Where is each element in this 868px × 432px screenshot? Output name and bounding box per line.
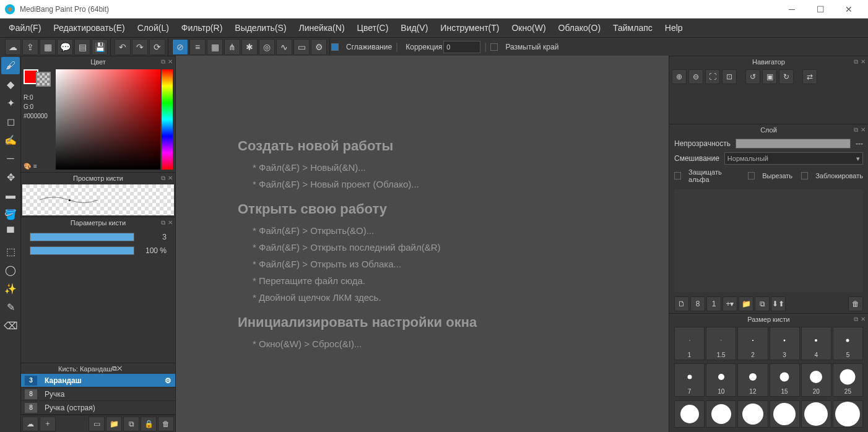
size-slider[interactable] [30, 233, 134, 241]
close-panel-icon[interactable]: ✕ [168, 58, 173, 66]
brushsize-3[interactable]: 3 [770, 327, 800, 360]
menu-window[interactable]: Окно(W) [505, 20, 552, 35]
gradient-tool-icon[interactable]: ▀ [1, 224, 20, 241]
hue-slider[interactable] [162, 69, 173, 170]
brushsize-large-4[interactable] [770, 400, 800, 428]
snap-perspective-icon[interactable]: ⋔ [224, 39, 240, 55]
selerase-tool-icon[interactable]: ⌫ [1, 317, 20, 334]
brush-item-pen[interactable]: 8 Ручка [21, 387, 175, 401]
sel-lasso-icon[interactable]: ◯ [1, 261, 20, 279]
layer-list[interactable] [674, 189, 863, 292]
brush-item-pencil[interactable]: 3 Карандаш ⚙ [21, 374, 175, 387]
move-tool-icon[interactable]: ✥ [1, 168, 20, 186]
duplicate-layer-icon[interactable]: ⧉ [755, 296, 770, 311]
path-tool-icon[interactable]: ✍ [1, 131, 20, 149]
flip-icon[interactable]: ⇄ [802, 69, 817, 84]
menu-cloud[interactable]: Облако(O) [552, 20, 607, 35]
wand-tool-icon[interactable]: ✨ [1, 280, 20, 297]
menu-view[interactable]: Вид(V) [394, 20, 434, 35]
menu-ruler[interactable]: Линейка(N) [293, 20, 351, 35]
shape-tool-icon[interactable]: ◻ [1, 113, 20, 130]
fit-screen-icon[interactable]: ⛶ [705, 69, 720, 84]
brush-group-icon[interactable]: ▭ [89, 417, 105, 431]
brushsize-7[interactable]: 7 [674, 363, 705, 397]
close-button[interactable]: ✕ [835, 0, 863, 19]
menu-timelapse[interactable]: Таймлапс [607, 20, 659, 35]
bucket-tool-icon[interactable]: 🪣 [1, 205, 20, 223]
color-field[interactable] [56, 69, 160, 170]
maximize-button[interactable]: ☐ [806, 0, 835, 19]
new-layer-icon[interactable]: 🗋 [674, 296, 689, 311]
loading-icon[interactable]: ⟳ [149, 39, 165, 55]
cut-checkbox[interactable] [748, 172, 755, 179]
cloud-sync-icon[interactable]: ☁ [5, 39, 21, 55]
line-tool-icon[interactable]: ─ [1, 150, 20, 167]
snap-edit-icon[interactable]: ▭ [293, 39, 310, 55]
undock-icon[interactable]: ⧉ [161, 58, 165, 66]
brushsize-large-2[interactable] [706, 400, 736, 428]
merge-layer-icon[interactable]: ⬇⬆ [771, 296, 786, 311]
opacity-bar[interactable] [736, 139, 851, 149]
zoom-in-icon[interactable]: ⊕ [672, 69, 687, 84]
comment-icon[interactable]: 💬 [57, 39, 73, 55]
redo-icon[interactable]: ↷ [132, 39, 148, 55]
background-color-swatch[interactable] [36, 72, 51, 87]
selpen-tool-icon[interactable]: ✎ [1, 298, 20, 316]
share-icon[interactable]: ⇪ [22, 39, 38, 55]
minimize-button[interactable]: ─ [778, 0, 806, 19]
brushsize-1-5[interactable]: 1.5 [706, 327, 736, 360]
brush-item-sharp-pen[interactable]: 8 Ручка (острая) [21, 401, 175, 415]
menu-edit[interactable]: Редактировать(E) [47, 20, 131, 35]
fill-tool-icon[interactable]: ▬ [1, 187, 20, 204]
snap-grid-icon[interactable]: ▦ [207, 39, 223, 55]
material-icon[interactable]: ▦ [40, 39, 56, 55]
brushsize-1[interactable]: 1 [674, 327, 705, 360]
reset-rotation-icon[interactable]: ▣ [762, 69, 777, 84]
snap-radial-icon[interactable]: ✱ [241, 39, 258, 55]
palette-icon[interactable]: 🎨 [24, 163, 31, 170]
brushsize-large-1[interactable] [674, 400, 705, 428]
zoom-out-icon[interactable]: ⊖ [688, 69, 703, 84]
snap-curve-icon[interactable]: ∿ [276, 39, 292, 55]
sel-rect-icon[interactable]: ⬚ [1, 243, 20, 260]
menu-file[interactable]: Файл(F) [2, 20, 47, 35]
cloud-brush-icon[interactable]: ☁ [22, 417, 38, 431]
new-1bit-icon[interactable]: 1 [706, 296, 721, 311]
rotate-ccw-icon[interactable]: ↺ [745, 69, 760, 84]
bars-icon[interactable]: ≡ [33, 163, 37, 170]
brushsize-15[interactable]: 15 [770, 363, 800, 397]
brushsize-20[interactable]: 20 [801, 363, 831, 397]
opacity-slider[interactable] [30, 246, 134, 255]
brushsize-12[interactable]: 12 [737, 363, 768, 397]
new-8bit-icon[interactable]: 8 [690, 296, 705, 311]
brushsize-2[interactable]: 2 [737, 327, 768, 360]
canvas-welcome[interactable]: Создать новой работы * Файл(&F) > Новый(… [176, 56, 669, 432]
brushsize-4[interactable]: 4 [801, 327, 831, 360]
brushsize-large-6[interactable] [833, 400, 863, 428]
correction-input[interactable] [443, 41, 480, 53]
rotate-cw-icon[interactable]: ↻ [779, 69, 794, 84]
snap-circle-icon[interactable]: ◎ [259, 39, 275, 55]
actual-size-icon[interactable]: ⊡ [722, 69, 737, 84]
menu-select[interactable]: Выделить(S) [228, 20, 292, 35]
brush-tool-icon[interactable]: 🖌 [1, 57, 20, 74]
brushsize-large-5[interactable] [801, 400, 831, 428]
snap-parallel-icon[interactable]: ≡ [189, 39, 206, 55]
gear-icon[interactable]: ⚙ [165, 376, 171, 385]
undo-icon[interactable]: ↶ [115, 39, 131, 55]
duplicate-icon[interactable]: ⧉ [123, 417, 139, 431]
lock-checkbox[interactable] [801, 172, 808, 179]
save-icon[interactable]: 💾 [92, 39, 108, 55]
menu-filter[interactable]: Фильтр(R) [175, 20, 228, 35]
snap-off-icon[interactable]: ⊘ [172, 39, 188, 55]
trash-icon[interactable]: 🗑 [158, 417, 174, 431]
brushsize-large-3[interactable] [737, 400, 768, 428]
add-layer-menu-icon[interactable]: +▾ [723, 296, 737, 311]
brushsize-5[interactable]: 5 [833, 327, 863, 360]
folder-icon[interactable]: 📁 [106, 417, 122, 431]
brushsize-10[interactable]: 10 [706, 363, 736, 397]
blurred-edge-checkbox[interactable] [490, 43, 498, 51]
menu-tool[interactable]: Инструмент(T) [434, 20, 505, 35]
smoothing-checkbox[interactable] [331, 43, 339, 51]
brushsize-25[interactable]: 25 [833, 363, 863, 397]
